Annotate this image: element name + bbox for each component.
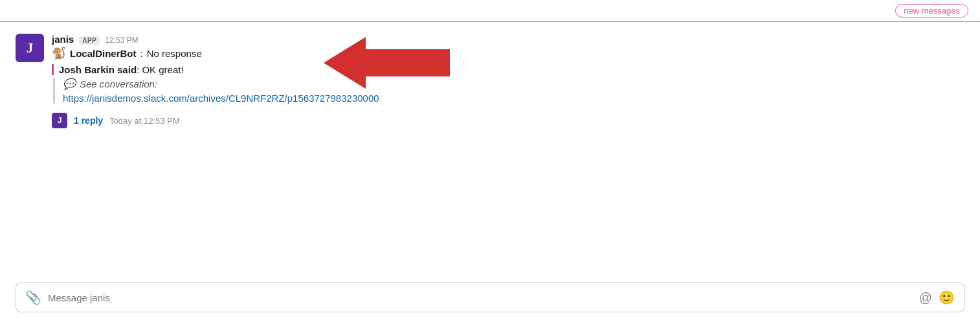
quote-line: Josh Barkin said: OK great! xyxy=(52,64,964,75)
bot-text: No response xyxy=(147,48,202,59)
message-input[interactable] xyxy=(48,292,913,303)
sender-name: janis xyxy=(52,34,74,45)
message-header: janis APP 12:53 PM xyxy=(52,34,964,45)
chat-area: J janis APP 12:53 PM 🐒 LocalDinerBot : N… xyxy=(0,22,980,283)
quote-content: OK great! xyxy=(142,64,183,75)
new-messages-badge: new messages xyxy=(895,4,968,17)
timestamp: 12:53 PM xyxy=(105,36,138,45)
bubble-icon: 💬 xyxy=(63,78,76,90)
conversation-block: 💬 See conversation: https://janisdemos.s… xyxy=(52,78,964,104)
input-right-icons: @ 🙂 xyxy=(919,290,955,305)
monkey-emoji: 🐒 xyxy=(52,46,66,60)
quote-text: Josh Barkin said: OK great! xyxy=(59,64,184,75)
reply-avatar: J xyxy=(52,113,67,128)
at-mention-icon[interactable]: @ xyxy=(919,290,932,305)
conversation-label-text: See conversation: xyxy=(80,78,157,89)
arrow-body xyxy=(366,49,450,76)
spacer xyxy=(16,131,964,275)
bot-separator: : xyxy=(140,48,143,59)
avatar-letter: J xyxy=(27,40,34,56)
red-arrow xyxy=(324,37,450,89)
quote-bold: Josh Barkin said xyxy=(59,64,137,75)
avatar: J xyxy=(16,34,44,62)
bot-line: 🐒 LocalDinerBot : No response xyxy=(52,46,964,60)
reply-time: Today at 12:53 PM xyxy=(109,116,179,126)
bot-name: LocalDinerBot xyxy=(70,48,137,59)
arrow-head xyxy=(324,37,366,89)
message-content: janis APP 12:53 PM 🐒 LocalDinerBot : No … xyxy=(52,34,964,128)
reply-row[interactable]: J 1 reply Today at 12:53 PM xyxy=(52,113,964,128)
reply-avatar-letter: J xyxy=(58,116,62,125)
new-messages-bar: new messages xyxy=(0,0,980,22)
emoji-icon[interactable]: 🙂 xyxy=(939,290,955,305)
paperclip-icon[interactable]: 📎 xyxy=(25,290,41,305)
conversation-bar xyxy=(53,78,55,104)
reply-count[interactable]: 1 reply xyxy=(74,115,103,126)
app-badge: APP xyxy=(79,36,100,45)
conversation-link[interactable]: https://janisdemos.slack.com/archives/CL… xyxy=(63,93,379,104)
message-input-bar: 📎 @ 🙂 xyxy=(16,283,964,312)
message-row: J janis APP 12:53 PM 🐒 LocalDinerBot : N… xyxy=(16,34,964,128)
